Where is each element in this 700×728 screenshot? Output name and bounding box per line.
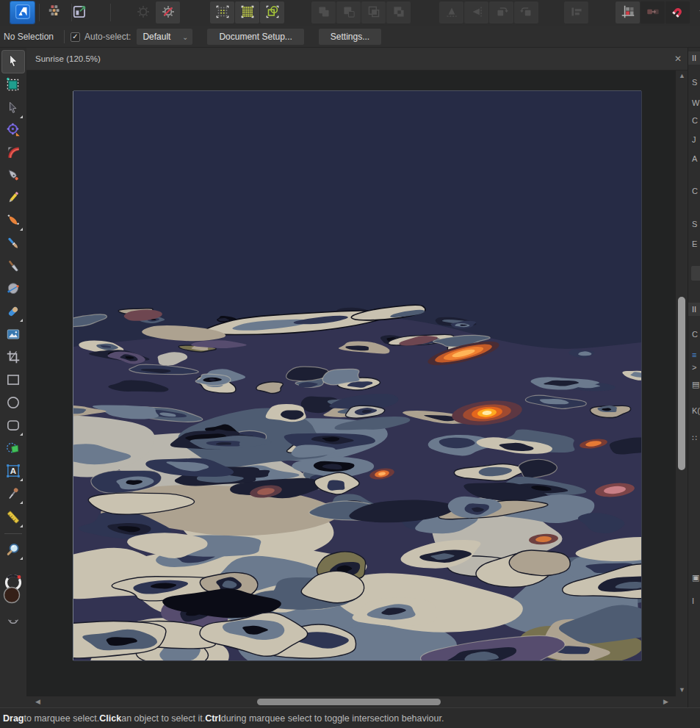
style-picker-tool[interactable] bbox=[2, 483, 24, 505]
well-icon bbox=[1, 573, 25, 609]
status-hint-text: to marquee select. bbox=[24, 713, 99, 724]
corner-tool[interactable] bbox=[2, 142, 24, 164]
crop-icon bbox=[5, 349, 21, 367]
flyout-indicator bbox=[20, 115, 23, 118]
document-setup-button[interactable]: Document Setup... bbox=[207, 29, 303, 45]
horizontal-scroll-thumb[interactable] bbox=[257, 699, 441, 705]
flyout-indicator bbox=[20, 525, 23, 527]
canvas-viewport[interactable] bbox=[26, 71, 676, 696]
pencil-tool[interactable] bbox=[2, 187, 24, 209]
artwork-sunrise bbox=[73, 91, 641, 660]
fill-icon bbox=[5, 281, 21, 299]
snapgrid-icon bbox=[214, 4, 231, 22]
settings-button[interactable]: Settings... bbox=[319, 29, 381, 45]
snap-to-pixels-button[interactable] bbox=[235, 1, 259, 24]
knife-tool[interactable] bbox=[2, 256, 24, 278]
move-tool[interactable] bbox=[2, 51, 24, 73]
point-transform-tool[interactable] bbox=[2, 119, 24, 141]
pixelpersona-icon bbox=[47, 4, 63, 22]
snap-to-grid-button[interactable] bbox=[210, 1, 234, 24]
snappixels-icon bbox=[239, 4, 256, 22]
top-toolbar bbox=[0, 0, 700, 26]
rrect-icon bbox=[5, 417, 21, 436]
flyout-indicator bbox=[20, 501, 23, 504]
scroll-down-arrow[interactable]: ▼ bbox=[679, 687, 685, 693]
vertical-scroll-thumb[interactable] bbox=[678, 297, 685, 470]
ptransform-icon bbox=[5, 121, 21, 140]
right-panel-fragment: C bbox=[692, 187, 698, 195]
pixel-persona-button[interactable] bbox=[43, 1, 67, 24]
vertical-scrollbar[interactable]: ▲ ▼ bbox=[676, 71, 688, 696]
scroll-up-arrow[interactable]: ▲ bbox=[679, 73, 685, 79]
status-hint-text: Ctrl bbox=[205, 713, 221, 724]
knife-icon bbox=[5, 258, 21, 276]
bsub-icon bbox=[341, 4, 357, 22]
magnet-icon bbox=[670, 4, 686, 22]
paint-brush-tool[interactable] bbox=[2, 233, 24, 255]
movepix-icon bbox=[645, 4, 661, 22]
tab-close-icon[interactable]: ✕ bbox=[674, 54, 682, 64]
right-panel-clipped: IISWCJACSEIIC≡>▤K(∷▣I bbox=[688, 48, 700, 707]
snapping-toggle-button[interactable] bbox=[665, 1, 690, 24]
gear-disabled-button bbox=[131, 1, 155, 24]
scroll-right-arrow[interactable]: ▶ bbox=[663, 699, 668, 705]
flip-horizontal-button bbox=[464, 1, 488, 24]
pixel-alignment-button[interactable] bbox=[616, 1, 640, 24]
scrollbar-corner bbox=[676, 696, 688, 707]
gear-slash-button[interactable] bbox=[156, 1, 180, 24]
place-image-tool[interactable] bbox=[2, 324, 24, 346]
flyout-indicator bbox=[20, 433, 23, 436]
transparency-tool[interactable] bbox=[2, 301, 24, 323]
flyout-indicator bbox=[20, 557, 23, 560]
gearslash-icon bbox=[160, 4, 176, 22]
pen-tool[interactable] bbox=[2, 165, 24, 187]
svg-text:A: A bbox=[10, 466, 17, 475]
measure-tool[interactable] bbox=[2, 507, 24, 529]
pencil-icon bbox=[5, 190, 21, 208]
pen-icon bbox=[5, 167, 21, 185]
toolbar-overflow-chevron[interactable] bbox=[691, 1, 700, 24]
boolean-divide-button bbox=[386, 1, 411, 24]
rect-icon bbox=[5, 372, 21, 390]
move-by-whole-pixels-button[interactable] bbox=[641, 1, 665, 24]
artboard-tool[interactable] bbox=[2, 74, 24, 96]
flipv-icon bbox=[444, 4, 460, 22]
right-panel-fragment: C bbox=[692, 116, 698, 125]
status-hint-text: an object to select it. bbox=[121, 713, 205, 724]
flyout-indicator bbox=[20, 478, 23, 481]
move-icon bbox=[5, 53, 21, 71]
gear-icon bbox=[135, 4, 151, 22]
swap-colors[interactable] bbox=[2, 611, 24, 633]
toolbar-separator bbox=[39, 4, 40, 21]
ellipse-tool[interactable] bbox=[2, 392, 24, 414]
zoom-tool[interactable] bbox=[2, 539, 24, 561]
vector-brush-tool[interactable] bbox=[2, 210, 24, 232]
right-panel-fragment: S bbox=[692, 220, 697, 228]
right-panel-fragment: I bbox=[692, 597, 694, 605]
designer-persona-button[interactable] bbox=[10, 1, 35, 24]
autoselect-label: Auto-select: bbox=[84, 32, 131, 42]
autoselect-checkbox[interactable]: ✓ bbox=[71, 32, 80, 42]
align-icon bbox=[569, 4, 585, 22]
rectangle-tool[interactable] bbox=[2, 370, 24, 392]
logo-icon bbox=[15, 4, 31, 22]
right-panel-fragment: K( bbox=[692, 406, 700, 415]
fill-gradient-tool[interactable] bbox=[2, 278, 24, 300]
scroll-left-arrow[interactable]: ◀ bbox=[35, 699, 40, 705]
document-tab[interactable]: Sunrise (120.5%) ✕ bbox=[26, 48, 688, 71]
shape-builder-tool[interactable] bbox=[2, 438, 24, 460]
node-tool[interactable] bbox=[2, 98, 24, 120]
status-hint-text: Drag bbox=[3, 713, 24, 724]
text-icon: A bbox=[5, 463, 21, 481]
snap-to-geometry-button[interactable] bbox=[260, 1, 284, 24]
artistic-text-tool[interactable]: A bbox=[2, 461, 24, 483]
exportpersona-icon bbox=[72, 4, 88, 22]
fill-stroke-color-well[interactable] bbox=[2, 573, 24, 608]
rounded-rectangle-tool[interactable] bbox=[2, 415, 24, 437]
right-panel-fragment: ∷ bbox=[692, 433, 697, 443]
vector-crop-tool[interactable] bbox=[2, 347, 24, 369]
pixalign-icon bbox=[620, 4, 636, 22]
horizontal-scrollbar[interactable]: ◀ ▶ bbox=[26, 696, 676, 707]
autoselect-dropdown[interactable]: Default ⌄ bbox=[137, 29, 192, 45]
context-toolbar: No Selection ✓ Auto-select: Default ⌄ Do… bbox=[0, 26, 700, 48]
